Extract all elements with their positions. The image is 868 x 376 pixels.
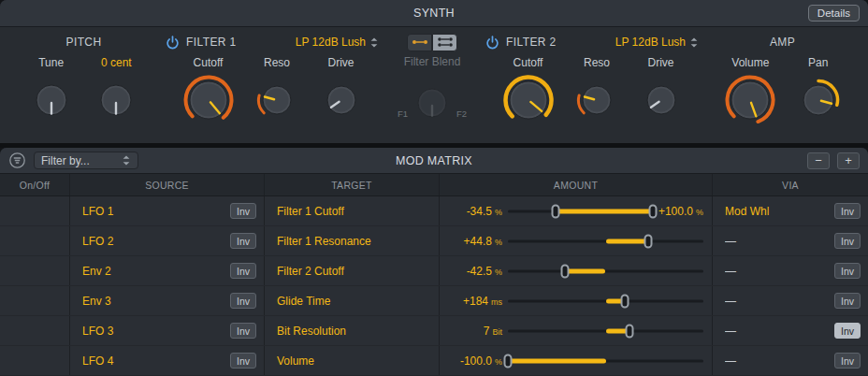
amount-value[interactable]: -34.5% [448,205,502,218]
via-select[interactable]: Mod Whl [725,205,821,218]
target-select[interactable]: Filter 1 Cutoff [277,205,425,218]
filter2-knob-row: CutoffResoDrive [480,56,704,128]
slider-handle[interactable] [560,264,569,278]
via-invert-button[interactable]: Inv [834,233,861,249]
source-select[interactable]: Env 2 [82,265,217,278]
pan-knob[interactable] [797,72,840,128]
filter1-power-toggle[interactable] [166,36,180,50]
synth-panel: SYNTH Details PITCH Tune0 cent FILTER 1 … [0,0,868,143]
filter-menu-icon[interactable] [8,152,26,169]
slider-handle[interactable] [552,204,560,218]
via-select[interactable]: — [725,295,821,308]
target-select[interactable]: Glide Time [277,295,425,308]
slider-track [508,269,703,272]
via-invert-button[interactable]: Inv [834,353,861,369]
filter1-mode-select[interactable]: LP 12dB Lush [296,36,379,49]
knob-block-cutoff: Cutoff [503,56,554,128]
amount-slider[interactable] [508,233,703,250]
mod-matrix-row: LFO 3 Inv Bit Resolution 7Bit — Inv [0,316,868,346]
chevron-updown-icon [369,36,379,49]
source-select[interactable]: Env 3 [82,295,217,308]
via-invert-button[interactable]: Inv [834,323,861,339]
via-select[interactable]: — [725,325,821,338]
amount-slider[interactable] [508,353,703,369]
column-header-source: SOURCE [70,174,265,195]
cutoff-knob[interactable] [503,72,554,128]
volume-knob[interactable] [725,72,775,128]
via-invert-button[interactable]: Inv [834,263,861,279]
amount-slider[interactable] [508,203,653,220]
chevron-updown-icon [122,154,131,166]
column-header-target: TARGET [265,174,440,195]
slider-bar [556,209,653,213]
via-select[interactable]: — [725,235,821,248]
mod-matrix-row: LFO 1 Inv Filter 1 Cutoff -34.5% +100.0%… [0,196,868,226]
knob-label: Drive [647,56,673,72]
knob-block-reso: Reso [576,56,617,128]
slider-handle[interactable] [504,354,513,368]
filter-routing-switch [407,34,457,51]
column-header-amount: AMOUNT [440,174,713,195]
slider-handle[interactable] [625,324,633,338]
target-select[interactable]: Filter 1 Resonance [277,235,425,248]
0-cent-knob[interactable] [94,72,137,128]
filter-by-select[interactable]: Filter by... [34,152,138,169]
amount-slider[interactable] [508,323,703,340]
slider-handle[interactable] [621,294,629,308]
target-select[interactable]: Volume [277,354,425,368]
source-select[interactable]: LFO 3 [82,325,217,338]
slider-handle[interactable] [644,234,653,248]
amount-value[interactable]: -100.0% [448,354,502,368]
via-select[interactable]: — [725,354,821,368]
knob-label: Reso [584,56,610,72]
reso-knob[interactable] [576,72,617,128]
amount-slider[interactable] [508,293,703,310]
amount-value[interactable]: +44.8% [448,235,502,248]
filter2-power-toggle[interactable] [485,36,499,50]
filter-blend-knob[interactable] [412,82,453,123]
source-invert-button[interactable]: Inv [230,233,256,249]
amount-value[interactable]: -42.5% [448,265,502,278]
slider-bar [508,358,606,363]
source-select[interactable]: LFO 2 [82,235,217,248]
filter-by-value: Filter by... [41,154,90,167]
filter-series-button[interactable] [407,34,432,51]
source-invert-button[interactable]: Inv [230,353,256,369]
drive-knob[interactable] [321,72,362,128]
source-select[interactable]: LFO 1 [82,205,217,218]
knob-label: Volume [731,56,769,72]
cutoff-knob[interactable] [183,72,234,128]
add-row-button[interactable]: + [837,152,860,169]
target-select[interactable]: Filter 2 Cutoff [277,265,425,278]
knob-block-drive: Drive [641,56,682,128]
drive-knob[interactable] [641,72,682,128]
synth-controls: PITCH Tune0 cent FILTER 1 LP 12dB Lush C… [0,27,868,128]
source-invert-button[interactable]: Inv [230,323,256,339]
target-select[interactable]: Bit Resolution [277,325,425,338]
filter1-knob-row: CutoffResoDrive [160,56,384,128]
filter-parallel-button[interactable] [432,34,457,51]
tune-knob[interactable] [30,72,73,128]
amount-value[interactable]: +184ms [448,295,502,308]
amount-slider[interactable] [508,263,703,280]
via-invert-button[interactable]: Inv [834,293,861,309]
filter2-end-label: F2 [456,108,467,123]
filter2-mode-select[interactable]: LP 12dB Lush [615,36,699,49]
slider-handle[interactable] [648,204,657,218]
source-select[interactable]: LFO 4 [82,354,217,368]
source-invert-button[interactable]: Inv [230,293,256,309]
source-invert-button[interactable]: Inv [230,263,256,279]
source-invert-button[interactable]: Inv [230,203,256,219]
pitch-knob-row: Tune0 cent [7,56,160,128]
via-invert-button[interactable]: Inv [834,203,861,219]
reso-knob[interactable] [256,72,297,128]
filter-blend-section: Filter Blend F1 F2 [384,29,480,128]
remove-row-button[interactable]: − [807,152,830,169]
via-select[interactable]: — [725,265,821,278]
amount-value[interactable]: 7Bit [448,325,502,338]
knob-block-pan: Pan [797,56,840,128]
via-amount-value[interactable]: +100.0% [658,205,703,218]
pitch-label: PITCH [66,36,102,49]
details-button[interactable]: Details [808,5,860,22]
knob-label: Cutoff [194,56,224,72]
